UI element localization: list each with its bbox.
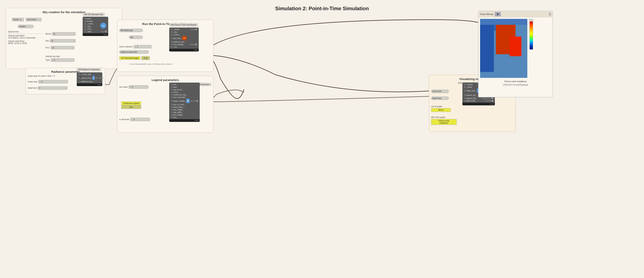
hb-model-grid-input[interactable]: HB Model grid [119,29,143,32]
hour-label: Hour [46,47,50,49]
unit-value[interactable]: W/m2 [431,108,451,112]
toggle-true-value[interactable]: True [142,56,150,60]
hb-pit-node: _model report _sky _metric_ grid_filter_… [169,27,199,51]
legend-panel-label: Legend parameters [152,78,179,82]
sky-panel-label: Sky creation for the simulation [42,10,86,14]
colorbar-unit: W/m2 [529,19,534,21]
lb-spatial-version: 1.8.0 [462,103,495,105]
smart-bitmap: Smart Bitmap 🖼 W/m2 56 51 [478,11,553,97]
lb-false-start-toggle[interactable]: LB FalseStartToggle [119,56,140,60]
recipe-hint: recipe type for point in time = 0 [28,75,55,77]
lb-legend-version: 1.8.0 [169,119,200,122]
nr-decimals-input[interactable]: ⬦0 [130,118,150,121]
lb-legend-node: min_ max_ seg_count_ colors_ continuous_… [169,83,200,122]
title-of-graph-value[interactable]: Point-in-time Irradiance [431,119,457,125]
metric-input[interactable]: ⬦1 [134,45,152,48]
sim-note: * do not interupt while it runs, it will… [129,63,173,65]
detail-input[interactable]: 2 ⬦ [38,86,68,90]
unit-label: unit of graph [431,105,451,108]
type-label: Type [46,59,50,61]
month-label: Month [46,33,51,35]
type-input[interactable]: ⬦ 0 [51,58,74,62]
hb-radiance-node: _recipe_type _detail_level_ HB rad_par a… [77,72,102,86]
day-label: Day [46,40,49,42]
legend-par-input[interactable]: legend par [431,96,449,100]
times-value: 09:00, 12:00 or 15:00 [8,42,44,44]
recipe-type-label: recipe type [28,81,38,83]
continuous-legend-label[interactable]: Continuous legend [121,101,141,105]
location-input[interactable]: location [18,25,34,28]
main-title: Simulation 2: Point-in-Time Simulation [275,5,369,11]
hb-pit-tag: HB Point-In-Time Grid-Based [169,23,198,26]
specify-time-label: Specify time [8,31,44,33]
typical-times-label: Typical used times: [8,40,44,42]
dates-value: 21 of March, June or December [8,37,44,39]
title-of-graph-label: title of the graph [431,116,457,118]
bitmap-format: (250x250) Format32bppArgb [478,83,552,86]
typical-dates-label: Typical used dates: [8,35,44,37]
radiance-panel-label: Radiance parameter [51,70,80,73]
hb-radiance-tag: HB Radiance Parameter [77,68,101,71]
day-input[interactable]: 21 ⬦ [50,39,76,42]
indicate-sky-label: indicate sky type [46,55,74,57]
hb-radiance-version: 1.8.0 [77,83,102,86]
bitmap-image-label: Point-in-time Irradiance [478,79,552,83]
hb-cie-version: 1.8.0 [83,33,108,36]
sky-input[interactable]: sky [129,35,143,39]
month-input[interactable]: 12 ⬦ [52,32,76,35]
smart-bitmap-label: Smart Bitmap [480,13,493,15]
radiance-param-box[interactable]: radiance parameter [119,50,149,54]
grid-mesh-input[interactable]: Grid mesh [431,90,449,93]
hb-cie-node: north_ location _month_ _day_ _hour_ _ty… [83,17,108,36]
metric-label: metric selection [119,46,133,48]
nr-decimals-label: nr decimals [119,118,129,121]
min-input[interactable]: ⬦0 [129,85,148,89]
unit-vector-input[interactable]: Unit vector [26,18,42,21]
detail-label: detail level [28,87,37,89]
recipe-input[interactable]: ⬦0 [38,80,68,83]
hb-cie-tag: HB CIE Standard Sky [83,13,105,16]
sim-panel: Run the Point-in-Time simulation HB Mode… [117,20,214,72]
hb-pit-version: 1.8.0 [169,49,199,51]
factor-input[interactable]: Factor ↕y [12,18,24,21]
hour-input[interactable]: 12 ⬦ [51,46,74,49]
continuous-legend-value[interactable]: true [121,105,141,109]
min-label: min value [119,86,128,88]
